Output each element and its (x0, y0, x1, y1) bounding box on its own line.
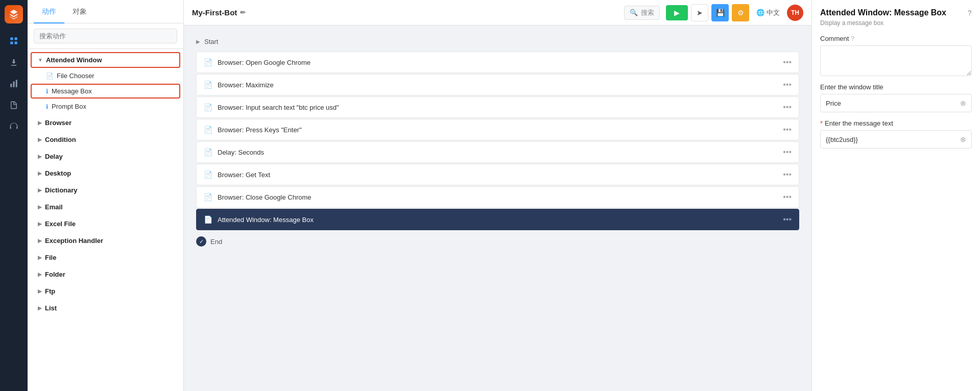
group-header-list[interactable]: List (31, 300, 180, 316)
nav-download-icon[interactable] (5, 53, 23, 71)
search-icon: 🔍 (630, 9, 638, 16)
icon-bar (0, 0, 28, 391)
flow-start-header: ▶ Start (196, 36, 799, 47)
top-search-box[interactable]: 🔍 搜索 (624, 6, 660, 20)
tab-actions[interactable]: 动作 (34, 0, 64, 23)
step-icon-2: 📄 (204, 103, 212, 111)
group-header-exception-handler[interactable]: Exception Handler (31, 233, 180, 249)
nav-docs-icon[interactable] (5, 96, 23, 114)
group-header-file[interactable]: File (31, 250, 180, 265)
flow-step-6[interactable]: 📄 Browser: Close Google Chrome ••• (196, 186, 799, 208)
group-label-ftp: Ftp (45, 287, 55, 295)
group-header-folder[interactable]: Folder (31, 266, 180, 282)
chevron-list (38, 305, 42, 311)
step-more-5[interactable]: ••• (783, 170, 792, 179)
group-label-email: Email (45, 203, 63, 211)
group-ftp: Ftp (28, 283, 183, 299)
comment-help-icon[interactable]: ? (851, 35, 854, 42)
step-icon-7: 📄 (204, 215, 212, 224)
step-more-6[interactable]: ••• (783, 192, 792, 202)
bot-name: My-First-Bot ✏ (192, 8, 246, 17)
info-icon-prompt: ℹ (46, 103, 49, 110)
step-icon-0: 📄 (204, 58, 212, 66)
action-search-input[interactable] (34, 29, 177, 43)
comment-field[interactable] (820, 45, 972, 76)
chevron-dictionary (38, 187, 42, 193)
chevron-file (38, 255, 42, 260)
nav-actions-icon[interactable] (5, 32, 23, 50)
flow-step-2[interactable]: 📄 Browser: Input search text "btc price … (196, 96, 799, 118)
flow-step-7[interactable]: 📄 Attended Window: Message Box ••• (196, 209, 799, 230)
message-text-clear-icon[interactable]: ⊗ (960, 135, 966, 143)
message-text-field[interactable]: {{btc2usd}} ⊗ (820, 130, 972, 149)
svg-rect-1 (15, 37, 17, 40)
group-header-excel-file[interactable]: Excel File (31, 216, 180, 232)
window-title-clear-icon[interactable]: ⊗ (960, 99, 966, 107)
search-label: 搜索 (641, 8, 654, 17)
edit-bot-name-icon[interactable]: ✏ (240, 9, 246, 16)
action-label-file-chooser: File Chooser (57, 72, 94, 80)
step-icon-3: 📄 (204, 126, 212, 134)
field-label-message-text-text: Enter the message text (825, 119, 893, 127)
group-desktop: Desktop (28, 165, 183, 181)
action-item-message-box[interactable]: ℹ Message Box (31, 84, 180, 99)
action-item-file-chooser[interactable]: 📄 File Chooser (31, 68, 180, 83)
run-button[interactable]: ▶ (666, 5, 688, 20)
action-item-prompt-box[interactable]: ℹ Prompt Box (31, 99, 180, 114)
step-label-7: Attended Window: Message Box (218, 216, 778, 224)
end-label: End (210, 238, 222, 246)
group-header-delay[interactable]: Delay (31, 149, 180, 164)
flow-step-1[interactable]: 📄 Browser: Maximize ••• (196, 74, 799, 95)
info-icon-message: ℹ (46, 88, 49, 95)
group-header-dictionary[interactable]: Dictionary (31, 182, 180, 198)
step-icon-5: 📄 (204, 170, 212, 179)
main-area: My-First-Bot ✏ 🔍 搜索 ▶ ➤ 💾 ⚙ 🌐 中文 TH ▶ St… (184, 0, 811, 391)
field-label-window-title: Enter the window title (820, 83, 972, 91)
flow-step-3[interactable]: 📄 Browser: Press Keys "Enter" ••• (196, 119, 799, 140)
step-more-0[interactable]: ••• (783, 58, 792, 67)
svg-rect-6 (16, 80, 17, 87)
group-header-ftp[interactable]: Ftp (31, 283, 180, 299)
step-more-3[interactable]: ••• (783, 125, 792, 134)
flow-step-0[interactable]: 📄 Browser: Open Google Chrome ••• (196, 52, 799, 73)
step-more-4[interactable]: ••• (783, 148, 792, 157)
top-bar: My-First-Bot ✏ 🔍 搜索 ▶ ➤ 💾 ⚙ 🌐 中文 TH (184, 0, 811, 26)
flow-step-4[interactable]: 📄 Delay: Seconds ••• (196, 141, 799, 163)
language-button[interactable]: 🌐 中文 (752, 6, 784, 19)
right-panel-title-text: Attended Window: Message Box (820, 8, 946, 17)
chevron-folder (38, 272, 42, 277)
group-label-delay: Delay (45, 153, 63, 160)
group-attended-window: Attended Window 📄 File Chooser ℹ Message… (28, 52, 183, 114)
flow-step-5[interactable]: 📄 Browser: Get Text ••• (196, 164, 799, 185)
save-button[interactable]: 💾 (711, 4, 729, 21)
right-panel-help-icon[interactable]: ? (967, 9, 972, 17)
group-label-excel-file: Excel File (45, 220, 76, 228)
nav-chart-icon[interactable] (5, 75, 23, 93)
group-dictionary: Dictionary (28, 182, 183, 198)
nav-headset-icon[interactable] (5, 117, 23, 136)
chevron-attended-window (38, 57, 43, 63)
group-header-email[interactable]: Email (31, 199, 180, 215)
group-header-browser[interactable]: Browser (31, 115, 180, 131)
chevron-browser (38, 120, 42, 126)
group-list: List (28, 300, 183, 316)
group-header-desktop[interactable]: Desktop (31, 165, 180, 181)
window-title-field[interactable]: Price ⊗ (820, 94, 972, 112)
chevron-email (38, 204, 42, 210)
step-label-2: Browser: Input search text "btc price us… (218, 104, 778, 111)
tab-objects[interactable]: 对象 (64, 0, 95, 23)
group-folder: Folder (28, 266, 183, 282)
settings-button[interactable]: ⚙ (732, 4, 749, 21)
send-button[interactable]: ➤ (691, 4, 708, 21)
step-more-2[interactable]: ••• (783, 103, 792, 112)
step-more-7[interactable]: ••• (783, 215, 792, 224)
svg-rect-3 (15, 42, 17, 44)
group-condition: Condition (28, 132, 183, 148)
message-text-value: {{btc2usd}} (826, 136, 858, 143)
group-header-attended-window[interactable]: Attended Window (31, 52, 180, 68)
avatar[interactable]: TH (787, 5, 803, 21)
action-tabs: 动作 对象 (28, 0, 183, 23)
group-delay: Delay (28, 149, 183, 164)
step-more-1[interactable]: ••• (783, 80, 792, 89)
group-header-condition[interactable]: Condition (31, 132, 180, 148)
